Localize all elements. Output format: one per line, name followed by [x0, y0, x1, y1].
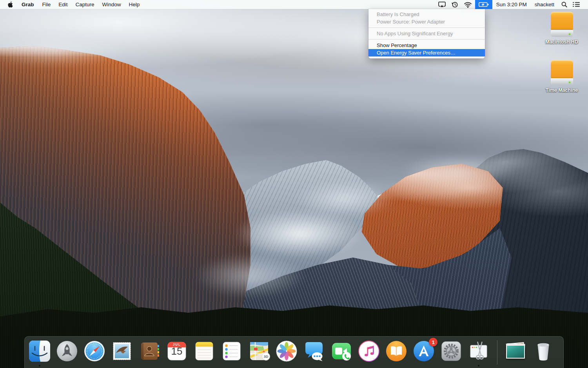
menu-bar-status-area: Sun 3:20 PM shackett — [436, 0, 588, 9]
finder-icon — [29, 340, 51, 362]
wallpaper-mist — [400, 155, 517, 188]
battery-menu-extra-selected[interactable] — [475, 0, 492, 9]
battery-dropdown-menu: Battery Is Charged Power Source: Power A… — [368, 9, 485, 58]
pictures-stack-icon — [505, 340, 527, 362]
menu-separator — [368, 39, 485, 40]
dock-item-facetime[interactable] — [330, 340, 352, 362]
running-indicator — [478, 365, 479, 366]
safari-icon — [83, 340, 105, 362]
dock-item-messages[interactable] — [303, 340, 325, 362]
wallpaper-mist — [294, 180, 394, 217]
app-menu-capture[interactable]: Capture — [72, 0, 98, 9]
dock: JUL 15 — [24, 336, 564, 368]
wifi-menu-extra[interactable] — [461, 0, 475, 9]
desktop-icon-label: Macintosh HD — [545, 39, 578, 45]
dock-separator — [497, 340, 497, 364]
drive-led — [569, 33, 570, 35]
app-menu-file[interactable]: File — [38, 0, 55, 9]
dock-item-notes[interactable] — [193, 340, 215, 362]
fast-user-switching-menu[interactable]: shackett — [530, 2, 559, 7]
notes-icon — [193, 340, 215, 362]
dock-item-app-store[interactable]: 1 — [413, 340, 435, 362]
photos-icon — [276, 340, 298, 362]
running-indicator — [39, 365, 40, 366]
dock-item-maps[interactable]: 3D — [248, 340, 270, 362]
menu-item-apps-energy: No Apps Using Significant Energy — [368, 30, 485, 37]
launchpad-icon — [56, 340, 78, 362]
grab-icon — [468, 340, 490, 362]
dock-item-trash[interactable] — [532, 340, 554, 362]
app-store-badge: 1 — [429, 338, 437, 346]
dock-item-reminders[interactable] — [221, 340, 243, 362]
notification-center-menu-extra[interactable] — [570, 0, 583, 9]
dock-item-contacts[interactable] — [138, 340, 160, 362]
time-machine-icon — [451, 1, 458, 8]
menu-bar-clock[interactable]: Sun 3:20 PM — [493, 2, 530, 7]
calendar-day-label: 15 — [166, 345, 188, 357]
reminders-icon — [221, 340, 243, 362]
time-machine-menu-extra[interactable] — [448, 0, 461, 9]
app-menu-window[interactable]: Window — [98, 0, 125, 9]
menu-item-power-source: Power Source: Power Adapter — [368, 18, 485, 26]
wifi-icon — [464, 2, 472, 8]
dock-item-finder[interactable] — [29, 340, 51, 362]
spotlight-menu-extra[interactable] — [559, 0, 570, 9]
airplay-menu-extra[interactable] — [436, 0, 448, 9]
menu-item-battery-status: Battery Is Charged — [368, 11, 485, 18]
battery-charging-icon — [479, 2, 489, 7]
dock-item-ibooks[interactable] — [385, 340, 407, 362]
itunes-icon — [358, 340, 380, 362]
dock-item-itunes[interactable] — [358, 340, 380, 362]
apple-menu[interactable] — [0, 0, 17, 9]
el-capitan-wallpaper — [0, 0, 588, 368]
dock-item-safari[interactable] — [83, 340, 105, 362]
external-drive-icon — [551, 60, 573, 85]
search-icon — [561, 2, 567, 7]
apple-logo-icon — [8, 2, 13, 7]
drive-led — [569, 82, 570, 83]
wallpaper-mist — [194, 254, 306, 298]
app-menu-edit[interactable]: Edit — [54, 0, 71, 9]
external-drive-icon — [551, 12, 573, 37]
contacts-icon — [138, 340, 160, 362]
airplay-icon — [438, 2, 446, 7]
menu-item-show-percentage[interactable]: Show Percentage — [368, 42, 485, 49]
dock-item-calendar[interactable]: JUL 15 — [166, 340, 188, 362]
dock-item-desktop-pictures-stack[interactable] — [505, 340, 527, 362]
dock-item-system-preferences[interactable] — [440, 340, 462, 362]
app-menu-grab[interactable]: Grab — [17, 0, 38, 9]
dock-item-mail[interactable] — [111, 340, 133, 362]
dock-item-launchpad[interactable] — [56, 340, 78, 362]
trash-icon — [532, 340, 554, 362]
menu-separator — [368, 27, 485, 28]
dock-item-grab[interactable] — [468, 340, 490, 362]
desktop-icon-time-machine[interactable]: Time Machine — [539, 60, 585, 93]
menu-item-open-energy-saver-preferences[interactable]: Open Energy Saver Preferences… — [368, 49, 485, 56]
menu-bar: Grab File Edit Capture Window Help Sun 3… — [0, 0, 588, 9]
app-menu-help[interactable]: Help — [125, 0, 144, 9]
ibooks-icon — [385, 340, 407, 362]
dock-item-photos[interactable] — [276, 340, 298, 362]
system-preferences-icon — [440, 340, 462, 362]
mail-icon — [111, 340, 133, 362]
maps-3d-badge: 3D — [262, 352, 270, 361]
facetime-icon — [330, 340, 352, 362]
list-icon — [573, 2, 580, 7]
desktop-icon-macintosh-hd[interactable]: Macintosh HD — [539, 12, 585, 45]
desktop-icon-label: Time Machine — [546, 87, 578, 93]
messages-icon — [303, 340, 325, 362]
